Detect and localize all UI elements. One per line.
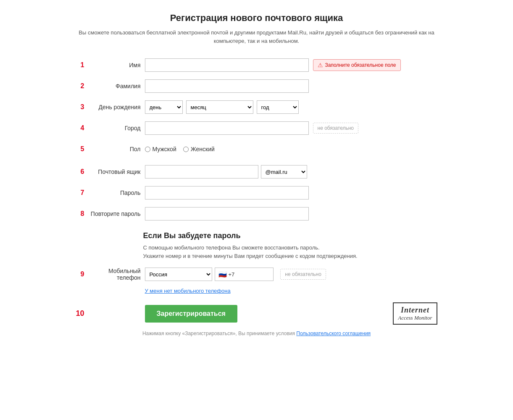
gender-female-text: Женский <box>191 146 215 152</box>
gender-female-label[interactable]: Женский <box>183 146 215 152</box>
mailbox-input[interactable] <box>145 165 258 178</box>
phone-row: Россия 🇷🇺 +7 не обязательно <box>145 268 326 281</box>
country-select[interactable]: Россия <box>145 268 212 281</box>
last-name-input[interactable] <box>145 79 309 93</box>
step-1-num: 1 <box>76 61 84 69</box>
submit-button[interactable]: Зарегистрироваться <box>145 305 237 323</box>
form-row-phone: 9 Мобильный телефон Россия 🇷🇺 +7 не обяз… <box>76 267 437 282</box>
step-3-num: 3 <box>76 103 84 111</box>
label-mailbox: Почтовый ящик <box>86 168 145 175</box>
footer-text: Нажимая кнопку «Зарегистрироваться», Вы … <box>76 331 437 336</box>
form-row-city: 4 Город не обязательно <box>76 121 437 136</box>
step-9-num: 9 <box>76 270 84 278</box>
label-phone: Мобильный телефон <box>86 268 145 281</box>
internet-monitor-line2: Access Monitor <box>398 315 432 321</box>
form-row-submit: 10 Зарегистрироваться Internet Access Mo… <box>76 302 437 325</box>
phone-prefix: +7 <box>229 271 235 278</box>
birthday-selects: день месяц год <box>145 100 299 114</box>
label-name: Имя <box>86 62 145 68</box>
birthday-day-select[interactable]: день <box>145 100 183 114</box>
form-row-mailbox: 6 Почтовый ящик @mail.ru <box>76 164 437 179</box>
step-7-num: 7 <box>76 189 84 197</box>
phone-number-input[interactable] <box>236 268 270 280</box>
step-6-num: 6 <box>76 168 84 176</box>
label-lastname: Фамилия <box>86 83 145 89</box>
form-row-birthday: 3 День рождения день месяц год <box>76 100 437 115</box>
gender-options: Мужской Женский <box>145 146 215 152</box>
label-gender: Пол <box>86 146 145 152</box>
page-subtitle: Вы сможете пользоваться бесплатной элект… <box>76 29 437 45</box>
registration-form: 1 Имя ⚠ Заполните обязательное поле 2 Фа… <box>76 58 437 336</box>
mailbox-row: @mail.ru <box>145 165 307 178</box>
phone-input-wrap: 🇷🇺 +7 <box>215 268 274 281</box>
error-required-text: Заполните обязательное поле <box>325 62 396 68</box>
step-8-num: 8 <box>76 210 84 218</box>
birthday-month-select[interactable]: месяц <box>186 100 253 114</box>
forgot-title: Если Вы забудете пароль <box>143 231 437 240</box>
city-input[interactable] <box>145 121 309 135</box>
password-input[interactable] <box>145 186 309 200</box>
label-birthday: День рождения <box>86 104 145 110</box>
step-4-num: 4 <box>76 124 84 132</box>
gender-female-radio[interactable] <box>183 147 189 152</box>
phone-flag-icon: 🇷🇺 <box>218 270 227 278</box>
page-title: Регистрация нового почтового ящика <box>76 13 437 24</box>
form-row-lastname: 2 Фамилия <box>76 79 437 94</box>
step-2-num: 2 <box>76 82 84 90</box>
phone-optional-badge: не обязательно <box>280 269 326 280</box>
step-10-num: 10 <box>76 309 84 318</box>
warning-icon: ⚠ <box>318 62 323 68</box>
gender-male-label[interactable]: Мужской <box>145 146 176 152</box>
label-city: Город <box>86 125 145 131</box>
password-confirm-input[interactable] <box>145 207 309 220</box>
domain-select[interactable]: @mail.ru <box>261 165 307 178</box>
footer-text-before: Нажимая кнопку «Зарегистрироваться», Вы … <box>142 331 296 336</box>
gender-male-radio[interactable] <box>145 147 150 152</box>
form-row-password-confirm: 8 Повторите пароль <box>76 206 437 221</box>
footer-link[interactable]: Пользовательского соглашения <box>296 331 371 336</box>
internet-monitor-line1: Internet <box>398 306 432 315</box>
internet-monitor-badge: Internet Access Monitor <box>393 302 437 325</box>
gender-male-text: Мужской <box>153 146 176 152</box>
label-password-confirm: Повторите пароль <box>86 210 145 217</box>
step-5-num: 5 <box>76 145 84 153</box>
birthday-year-select[interactable]: год <box>257 100 299 114</box>
error-required-badge: ⚠ Заполните обязательное поле <box>313 59 401 71</box>
city-optional-badge: не обязательно <box>313 123 359 134</box>
forgot-desc: С помощью мобильного телефона Вы сможете… <box>143 244 437 260</box>
forgot-section: Если Вы забудете пароль С помощью мобиль… <box>143 231 437 260</box>
form-row-password: 7 Пароль <box>76 185 437 200</box>
no-phone-link[interactable]: У меня нет мобильного телефона <box>145 288 437 294</box>
form-row-name: 1 Имя ⚠ Заполните обязательное поле <box>76 58 437 73</box>
first-name-input[interactable] <box>145 58 309 72</box>
label-password: Пароль <box>86 189 145 196</box>
form-row-gender: 5 Пол Мужской Женский <box>76 142 437 157</box>
